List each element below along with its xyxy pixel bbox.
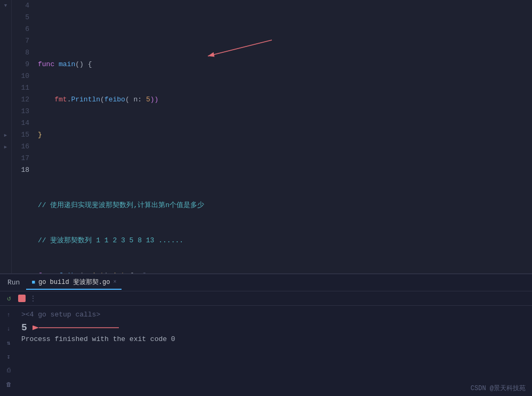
gutter-space-10 — [0, 117, 11, 129]
code-lines[interactable]: func main() { fmt.Println(feibo( n: 5)) … — [36, 0, 532, 273]
code-line-7: } — [38, 129, 532, 141]
ln-13: 13 — [12, 106, 29, 117]
ln-16: 16 ↻ — [12, 141, 29, 153]
bottom-toolbar: ↺ ⋮ — [0, 291, 532, 306]
bottom-tab-title: go build 斐波那契.go — [38, 278, 110, 287]
gutter-space-8 — [0, 94, 11, 106]
fold-indicator-3: ▶ — [0, 141, 11, 153]
code-line-11: func feibo(n int) int { 3 usages — [38, 270, 532, 273]
bottom-panel: Run ■ go build 斐波那契.go × ↺ ⋮ ↑ ↓ ⇅ ↧ ⎙ 🗑… — [0, 273, 532, 396]
bottom-tab-build[interactable]: ■ go build 斐波那契.go × — [26, 275, 122, 290]
gutter-space-9 — [0, 106, 11, 117]
ln-17: 17 — [12, 153, 29, 164]
code-line-9: // 使用递归实现斐波那契数列,计算出第n个值是多少 — [38, 200, 532, 211]
ln-10: 10 — [12, 70, 29, 82]
code-line-5: func main() { — [38, 59, 532, 70]
output-left-icons: ↑ ↓ ⇅ ↧ ⎙ 🗑 — [0, 308, 17, 394]
editor-area: ▼ ▶ ▶ 4 5 ▶ 6 7 8 9 — [0, 0, 532, 273]
output-process-line: Process finished with the exit code 0 — [21, 335, 175, 343]
run-label: Run — [4, 279, 26, 287]
output-line-1: >​<4 go setup calls> — [21, 309, 528, 321]
ln-4: 4 — [12, 0, 29, 12]
output-content: >​<4 go setup calls> 5 Process finished … — [17, 308, 532, 394]
bottom-tabs: Run ■ go build 斐波那契.go × — [0, 274, 532, 291]
gutter-space-1 — [0, 12, 11, 23]
tab-close-button[interactable]: × — [113, 279, 116, 285]
branding-text: CSDN @景天科技苑 — [471, 385, 526, 392]
code-content[interactable]: 4 5 ▶ 6 7 8 9 10 11 12 13 14 15 16 ↻ — [12, 0, 532, 273]
output-area: ↑ ↓ ⇅ ↧ ⎙ 🗑 >​<4 go setup calls> 5 — [0, 306, 532, 396]
ln-7: 7 — [12, 35, 29, 47]
code-line-8 — [38, 164, 532, 176]
ln-15: 15 — [12, 129, 29, 141]
gutter-space-6 — [0, 70, 11, 82]
gutter-space-11 — [0, 153, 11, 164]
ln-9: 9 — [12, 59, 29, 70]
ln-11: 11 — [12, 82, 29, 94]
scroll-down-icon[interactable]: ↓ — [4, 324, 13, 334]
sort-down-icon[interactable]: ↧ — [4, 352, 13, 361]
ln-6: 6 — [12, 23, 29, 35]
print-icon[interactable]: ⎙ — [4, 366, 13, 375]
ln-14: 14 — [12, 117, 29, 129]
gutter-space-3 — [0, 35, 11, 47]
scroll-up-icon[interactable]: ↑ — [4, 310, 13, 320]
more-options-button[interactable]: ⋮ — [30, 295, 36, 303]
gutter-space-4 — [0, 47, 11, 59]
gutter-space-2 — [0, 23, 11, 35]
code-line-6: fmt.Println(feibo( n: 5)) — [38, 94, 532, 106]
output-result-row: 5 — [21, 321, 528, 335]
output-number: 5 — [21, 321, 27, 335]
output-arrow — [34, 322, 140, 333]
ln-5: 5 ▶ — [12, 12, 29, 23]
code-editor[interactable]: 4 5 ▶ 6 7 8 9 10 11 12 13 14 15 16 ↻ — [12, 0, 532, 273]
ln-8: 8 — [12, 47, 29, 59]
ln-12: 12 — [12, 94, 29, 106]
stop-button[interactable] — [18, 295, 26, 302]
fold-indicator-1: ▼ — [0, 0, 11, 12]
line-numbers: 4 5 ▶ 6 7 8 9 10 11 12 13 14 15 16 ↻ — [12, 0, 36, 273]
gutter-space-7 — [0, 82, 11, 94]
gutter-space-12 — [0, 164, 11, 176]
code-line-4 — [38, 23, 532, 35]
left-gutter: ▼ ▶ ▶ — [0, 0, 12, 273]
sort-icon[interactable]: ⇅ — [4, 338, 13, 347]
rerun-button[interactable]: ↺ — [4, 294, 14, 303]
branding: CSDN @景天科技苑 — [471, 384, 526, 393]
fold-indicator-2: ▶ — [0, 129, 11, 141]
gutter-space-5 — [0, 59, 11, 70]
delete-icon[interactable]: 🗑 — [4, 379, 13, 389]
ln-18: 18 — [12, 164, 29, 176]
code-line-10: // 斐波那契数列 1 1 2 3 5 8 13 ...... — [38, 235, 532, 247]
